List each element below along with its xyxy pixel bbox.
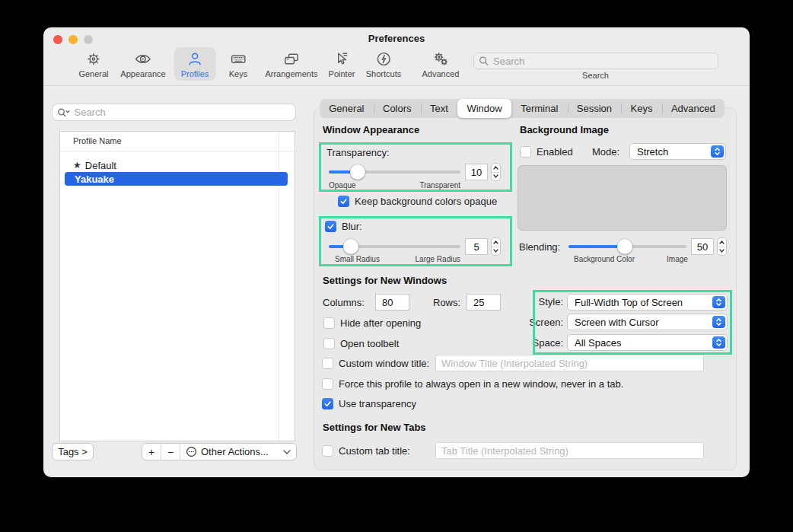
tab-keys[interactable]: Keys bbox=[621, 99, 661, 118]
blending-slider[interactable] bbox=[568, 239, 686, 254]
toolbar-item-advanced[interactable]: Advanced bbox=[416, 47, 467, 81]
profile-search-field[interactable] bbox=[52, 104, 296, 121]
toolbar-item-label: Profiles bbox=[181, 69, 209, 78]
tags-button[interactable]: Tags > bbox=[52, 443, 94, 460]
toolbar-item-label: Arrangements bbox=[265, 69, 317, 78]
slider-knob[interactable] bbox=[617, 239, 632, 254]
bolt-circle-icon bbox=[375, 50, 393, 68]
toolbar-item-general[interactable]: General bbox=[72, 47, 115, 81]
check-icon bbox=[339, 197, 348, 205]
hide-after-opening-checkbox[interactable] bbox=[323, 317, 335, 329]
toolbar-item-pointer[interactable]: Pointer bbox=[322, 47, 362, 81]
windows-icon bbox=[283, 50, 301, 68]
bg-enabled-checkbox[interactable] bbox=[520, 146, 531, 158]
eye-icon bbox=[134, 50, 151, 68]
force-new-window-label: Force this profile to always open in a n… bbox=[339, 378, 623, 390]
profile-search-input[interactable] bbox=[72, 106, 291, 119]
blending-min-label: Background Color bbox=[566, 255, 642, 263]
toolbar-item-label: Appearance bbox=[120, 69, 165, 78]
stepper-down[interactable] bbox=[718, 247, 726, 256]
gears-icon bbox=[432, 50, 450, 68]
stepper-up[interactable] bbox=[718, 238, 726, 247]
toolbar-item-label: Shortcuts bbox=[366, 69, 401, 78]
tab-advanced[interactable]: Advanced bbox=[662, 99, 725, 118]
profile-name: Default bbox=[85, 160, 116, 171]
check-icon bbox=[323, 400, 332, 408]
remove-profile-button[interactable]: − bbox=[161, 444, 180, 460]
chevron-down-icon bbox=[283, 450, 291, 454]
rows-label: Rows: bbox=[433, 297, 460, 308]
background-image-heading: Background Image bbox=[520, 124, 609, 135]
use-transparency-label: Use transparency bbox=[339, 398, 416, 409]
toolbar-item-label: Advanced bbox=[422, 69, 460, 78]
open-toolbelt-label: Open toolbelt bbox=[340, 338, 399, 349]
tab-terminal[interactable]: Terminal bbox=[511, 99, 568, 118]
popup-chevrons-icon bbox=[711, 145, 724, 158]
toolbar-search-field[interactable] bbox=[473, 53, 718, 69]
custom-tab-title-label: Custom tab title: bbox=[339, 445, 410, 457]
new-windows-heading: Settings for New Windows bbox=[323, 275, 447, 286]
search-icon bbox=[479, 56, 489, 66]
window-title: Preferences bbox=[43, 33, 750, 44]
highlight-box-transparency bbox=[319, 142, 512, 192]
toolbar-item-arrangements[interactable]: Arrangements bbox=[258, 47, 324, 81]
columns-field[interactable] bbox=[375, 294, 409, 311]
profile-row-yakuake[interactable]: Yakuake bbox=[65, 172, 288, 186]
toolbar-item-shortcuts[interactable]: Shortcuts bbox=[359, 47, 408, 81]
keep-bg-checkbox[interactable] bbox=[338, 196, 349, 207]
profile-row-default[interactable]: ★ Default bbox=[60, 158, 291, 172]
add-profile-button[interactable]: + bbox=[142, 444, 161, 460]
use-transparency-checkbox[interactable] bbox=[322, 398, 333, 409]
toolbar-item-label: General bbox=[78, 69, 108, 78]
bg-image-preview[interactable] bbox=[518, 165, 727, 231]
cursor-icon bbox=[333, 50, 350, 68]
toolbar-search-input[interactable] bbox=[492, 55, 713, 68]
screen: Preferences General Appearance Profiles … bbox=[0, 0, 793, 532]
header-divider bbox=[60, 151, 295, 151]
profile-list-header[interactable]: Profile Name bbox=[73, 136, 122, 145]
window-appearance-heading: Window Appearance bbox=[323, 124, 419, 135]
new-tabs-heading: Settings for New Tabs bbox=[323, 422, 426, 433]
profile-list: Profile Name ★ Default Yakuake bbox=[59, 131, 295, 441]
rows-field[interactable] bbox=[467, 294, 501, 311]
toolbar-search-caption: Search bbox=[552, 71, 639, 80]
other-actions-button[interactable]: Other Actions... bbox=[180, 444, 296, 460]
tab-window[interactable]: Window bbox=[457, 99, 511, 118]
tab-session[interactable]: Session bbox=[568, 99, 622, 118]
blending-max-label: Image bbox=[654, 255, 700, 263]
ellipsis-circle-icon bbox=[186, 446, 197, 457]
custom-tab-title-input[interactable] bbox=[435, 442, 704, 459]
popup-value: Stretch bbox=[637, 146, 668, 158]
profile-tabs: General Colors Text Window Terminal Sess… bbox=[320, 99, 725, 118]
toolbar-separator bbox=[43, 85, 750, 86]
bg-mode-label: Mode: bbox=[592, 146, 619, 158]
tab-colors[interactable]: Colors bbox=[374, 99, 421, 118]
force-new-window-checkbox[interactable] bbox=[322, 378, 333, 390]
columns-label: Columns: bbox=[323, 297, 365, 308]
blending-stepper[interactable] bbox=[717, 237, 727, 256]
open-toolbelt-checkbox[interactable] bbox=[323, 338, 335, 349]
profile-name: Yakuake bbox=[75, 174, 114, 185]
blending-value-field[interactable] bbox=[691, 238, 714, 255]
tab-text[interactable]: Text bbox=[421, 99, 457, 118]
tab-general[interactable]: General bbox=[320, 99, 374, 118]
blending-label: Blending: bbox=[519, 241, 560, 253]
keyboard-icon bbox=[230, 50, 247, 68]
person-icon bbox=[186, 50, 204, 68]
gear-icon bbox=[84, 50, 102, 68]
bg-enabled-label: Enabled bbox=[537, 146, 573, 158]
other-actions-label: Other Actions... bbox=[201, 446, 279, 457]
custom-window-title-checkbox[interactable] bbox=[322, 358, 333, 369]
keep-bg-label: Keep background colors opaque bbox=[355, 196, 497, 207]
custom-window-title-input[interactable] bbox=[435, 355, 704, 371]
toolbar-item-label: Keys bbox=[229, 69, 247, 78]
bg-mode-popup[interactable]: Stretch bbox=[629, 143, 726, 160]
preferences-window: Preferences General Appearance Profiles … bbox=[43, 27, 750, 477]
custom-tab-title-checkbox[interactable] bbox=[322, 445, 333, 457]
highlight-box-window-placement bbox=[533, 290, 732, 355]
toolbar-item-appearance[interactable]: Appearance bbox=[113, 47, 172, 81]
search-filter-icon bbox=[57, 107, 70, 118]
toolbar-item-keys[interactable]: Keys bbox=[222, 47, 254, 81]
toolbar-item-profiles[interactable]: Profiles bbox=[174, 47, 216, 81]
star-icon: ★ bbox=[73, 160, 81, 170]
